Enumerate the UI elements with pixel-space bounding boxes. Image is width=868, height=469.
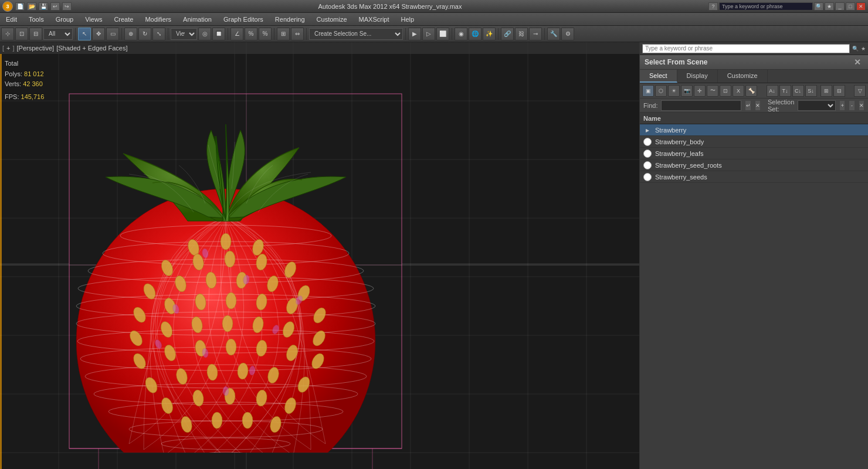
sort-type-btn[interactable]: T↓ xyxy=(779,85,791,97)
tab-display[interactable]: Display xyxy=(677,70,718,83)
bookmark-btn[interactable]: ★ xyxy=(825,2,834,11)
list-views-btn[interactable]: ⊞ xyxy=(820,85,832,97)
close-btn[interactable]: ✕ xyxy=(856,2,866,11)
menu-edit[interactable]: Edit xyxy=(0,13,23,26)
clear-selection-btn[interactable]: ✕ xyxy=(859,100,864,111)
link-btn[interactable]: 🔗 xyxy=(501,28,514,40)
use-pivot-btn[interactable]: ◎ xyxy=(198,28,211,40)
render-frame-btn[interactable]: ⬜ xyxy=(436,28,449,40)
select-tool-btn[interactable]: ⊹ xyxy=(1,28,14,40)
unlink-btn[interactable]: ⛓ xyxy=(515,28,528,40)
angle-snap-btn[interactable]: ∠ xyxy=(230,28,243,40)
find-btn[interactable]: ↵ xyxy=(745,100,751,111)
fps-label: FPS: xyxy=(5,93,19,100)
svg-point-66 xyxy=(222,315,233,332)
filter-lights-btn[interactable]: ☀ xyxy=(668,85,680,97)
undo-btn[interactable]: ↩ xyxy=(50,2,60,11)
group-icon: ▸ xyxy=(643,126,652,134)
scene-item-strawberry-body[interactable]: Strawberry_body xyxy=(640,136,868,148)
tab-customize[interactable]: Customize xyxy=(718,70,768,83)
menu-create[interactable]: Create xyxy=(108,13,139,26)
spinner-snap-btn[interactable]: % xyxy=(259,28,272,40)
menu-rendering[interactable]: Rendering xyxy=(269,13,311,26)
menu-modifiers[interactable]: Modifiers xyxy=(139,13,177,26)
app-logo: 3 xyxy=(2,1,13,12)
extra2[interactable]: ⚙ xyxy=(561,28,574,40)
viewport[interactable]: [ + ] [Perspective] [Shaded + Edged Face… xyxy=(0,42,639,469)
menu-help[interactable]: Help xyxy=(395,13,421,26)
vp-plus[interactable]: + xyxy=(6,45,10,52)
snap-toggle-btn[interactable]: 🔲 xyxy=(212,28,225,40)
restore-btn[interactable]: □ xyxy=(846,2,855,11)
filter-icon[interactable]: ▽ xyxy=(854,85,866,97)
remove-selection-btn[interactable]: - xyxy=(849,100,855,111)
sort-name-btn[interactable]: A↓ xyxy=(767,85,778,97)
filter-spacewarps-btn[interactable]: 〜 xyxy=(707,85,718,97)
menu-maxscript[interactable]: MAXScript xyxy=(353,13,395,26)
percent-snap-btn[interactable]: % xyxy=(245,28,257,40)
bind-space-warp-btn[interactable]: ⊸ xyxy=(529,28,542,40)
select-region-btn[interactable]: ⊡ xyxy=(15,28,28,40)
quick-render-btn[interactable]: ▷ xyxy=(422,28,435,40)
filter-bones-btn[interactable]: 🦴 xyxy=(745,85,757,97)
scene-item-strawberry-seed-roots[interactable]: Strawberry_seed_roots xyxy=(640,159,868,171)
search-box[interactable]: Type a keyword or phrase xyxy=(719,2,813,11)
scale-uniform-btn[interactable]: ⤡ xyxy=(152,28,165,40)
render-setup-btn[interactable]: ▶ xyxy=(408,28,421,40)
panel-tabs: Select Display Customize xyxy=(640,70,868,83)
filter-cameras-btn[interactable]: 📷 xyxy=(681,85,693,97)
select-object-btn[interactable]: ↖ xyxy=(78,28,91,40)
filter-helpers-btn[interactable]: ✛ xyxy=(694,85,706,97)
menu-graph-editors[interactable]: Graph Editors xyxy=(218,13,269,26)
material-editor-btn[interactable]: ◉ xyxy=(455,28,467,40)
top-search-input[interactable] xyxy=(642,44,850,53)
menu-tools[interactable]: Tools xyxy=(23,13,50,26)
select-move-btn[interactable]: ✥ xyxy=(92,28,105,40)
save-btn[interactable]: 💾 xyxy=(39,2,48,11)
vp-shading-label[interactable]: [Shaded + Edged Faces] xyxy=(56,45,127,52)
scene-item-strawberry-leafs[interactable]: Strawberry_leafs xyxy=(640,148,868,159)
rect-select-btn[interactable]: ▭ xyxy=(106,28,119,40)
menu-views[interactable]: Views xyxy=(79,13,108,26)
redo-btn[interactable]: ↪ xyxy=(62,2,72,11)
extra1[interactable]: 🔧 xyxy=(547,28,560,40)
rotate-btn[interactable]: ↻ xyxy=(138,28,151,40)
filter-shapes-btn[interactable]: ⬡ xyxy=(655,85,667,97)
sep9 xyxy=(498,28,499,40)
panel-close-btn[interactable]: ✕ xyxy=(852,57,863,67)
sort-color-btn[interactable]: C↓ xyxy=(792,85,804,97)
scene-item-strawberry[interactable]: ▸ Strawberry xyxy=(640,124,868,136)
sort-size-btn[interactable]: S↓ xyxy=(805,85,817,97)
named-selection-dropdown[interactable]: Create Selection Se... xyxy=(309,28,403,40)
edit-named-selection-btn[interactable]: ⊞ xyxy=(277,28,290,40)
object-type-dropdown[interactable]: All xyxy=(43,28,73,40)
help-btn[interactable]: ? xyxy=(708,2,718,11)
move-btn[interactable]: ⊕ xyxy=(124,28,137,40)
menu-group[interactable]: Group xyxy=(50,13,80,26)
filter-geometry-btn[interactable]: ▣ xyxy=(642,85,654,97)
open-btn[interactable]: 📂 xyxy=(27,2,36,11)
menu-customize[interactable]: Customize xyxy=(311,13,353,26)
tab-select[interactable]: Select xyxy=(640,70,677,83)
render-effects-btn[interactable]: ✨ xyxy=(483,28,496,40)
select-filter-btn[interactable]: ⊟ xyxy=(29,28,42,40)
filter-xrefs-btn[interactable]: X xyxy=(733,85,744,97)
hierarchy-btn[interactable]: ⊟ xyxy=(833,85,845,97)
new-btn[interactable]: 📄 xyxy=(15,2,25,11)
selection-set-dropdown[interactable] xyxy=(798,100,836,111)
find-input[interactable] xyxy=(661,100,741,111)
minimize-btn[interactable]: _ xyxy=(835,2,845,11)
scene-item-strawberry-seeds[interactable]: Strawberry_seeds xyxy=(640,171,868,183)
window-title: Autodesk 3ds Max 2012 x64 Strawberry_vra… xyxy=(72,3,708,10)
reference-coord-dropdown[interactable]: View xyxy=(171,28,197,40)
mirror-btn[interactable]: ⇔ xyxy=(291,28,304,40)
vp-perspective-label[interactable]: [Perspective] xyxy=(17,45,55,52)
polys-value: 81 012 xyxy=(24,70,44,77)
search-icon[interactable]: 🔍 xyxy=(814,2,823,11)
filter-groups-btn[interactable]: ⊡ xyxy=(720,85,731,97)
scene-list[interactable]: ▸ Strawberry Strawberry_body Strawberry_… xyxy=(640,124,868,469)
find-clear-btn[interactable]: ✕ xyxy=(755,100,761,111)
menu-animation[interactable]: Animation xyxy=(177,13,218,26)
render-environment-btn[interactable]: 🌐 xyxy=(469,28,482,40)
add-selection-btn[interactable]: + xyxy=(839,100,845,111)
